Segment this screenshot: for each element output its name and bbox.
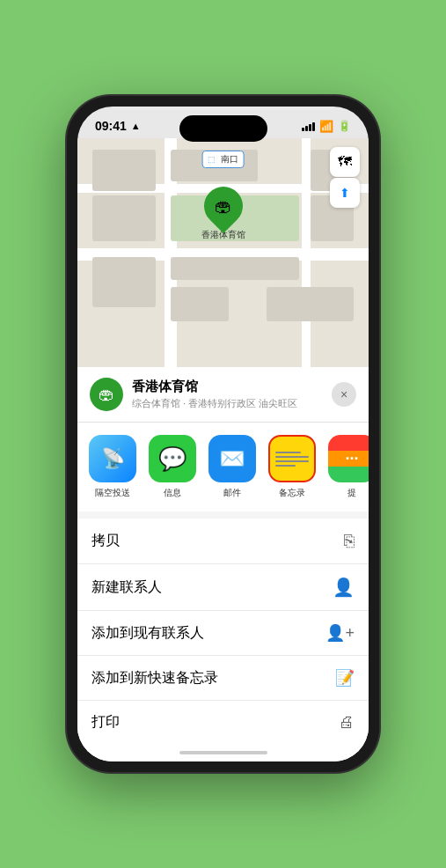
mail-icon: ✉️ xyxy=(219,446,245,471)
map-controls: 🗺 ⬆ xyxy=(330,147,360,208)
venue-icon: 🏟 xyxy=(90,378,123,411)
airdrop-icon: 📡 xyxy=(101,447,125,470)
location-button[interactable]: ⬆ xyxy=(330,178,360,208)
venue-subtitle: 综合体育馆 · 香港特别行政区 油尖旺区 xyxy=(132,397,323,410)
action-new-contact[interactable]: 新建联系人 👤 xyxy=(77,564,369,611)
share-more[interactable]: ··· 提 xyxy=(325,435,369,499)
phone-frame: 09:41 ▲ 📶 🔋 xyxy=(67,96,379,772)
action-add-existing-contact[interactable]: 添加到现有联系人 👤+ xyxy=(77,611,369,656)
person-add-icon: 👤+ xyxy=(325,623,355,643)
venue-info: 香港体育馆 综合体育馆 · 香港特别行政区 油尖旺区 xyxy=(132,379,323,410)
action-copy[interactable]: 拷贝 ⎘ xyxy=(77,519,369,564)
message-icon: 💬 xyxy=(158,445,186,473)
map-type-button[interactable]: 🗺 xyxy=(330,147,360,177)
mail-label: 邮件 xyxy=(223,487,241,499)
pin-icon-wrap: 🏟 xyxy=(195,179,250,233)
map-pin: 🏟 香港体育馆 xyxy=(201,187,245,241)
quick-note-label: 添加到新快速备忘录 xyxy=(91,669,218,688)
signal-icon xyxy=(302,121,315,131)
location-arrow-icon: ▲ xyxy=(131,121,141,131)
close-button[interactable]: × xyxy=(332,382,356,407)
status-time: 09:41 ▲ xyxy=(95,119,141,133)
venue-stadium-icon: 🏟 xyxy=(99,386,114,404)
message-icon-wrap: 💬 xyxy=(149,435,196,482)
home-indicator xyxy=(77,744,369,761)
copy-icon: ⎘ xyxy=(344,531,355,551)
mail-icon-wrap: ✉️ xyxy=(208,435,256,482)
person-icon: 👤 xyxy=(333,577,355,598)
more-icon: ··· xyxy=(345,450,358,468)
airdrop-label: 隔空投送 xyxy=(95,487,130,499)
location-icon: ⬆ xyxy=(340,186,350,200)
message-label: 信息 xyxy=(164,487,181,499)
dynamic-island xyxy=(179,115,267,142)
close-icon: × xyxy=(340,387,347,401)
battery-icon: 🔋 xyxy=(338,120,351,132)
venue-name: 香港体育馆 xyxy=(132,379,323,395)
copy-label: 拷贝 xyxy=(91,532,120,550)
note-icon: 📝 xyxy=(335,668,355,688)
more-icon-wrap: ··· xyxy=(328,435,369,482)
map-type-icon: 🗺 xyxy=(338,154,352,170)
home-bar xyxy=(179,751,267,754)
bottom-sheet: 🏟 香港体育馆 综合体育馆 · 香港特别行政区 油尖旺区 × 📡 隔空投送 xyxy=(77,367,369,761)
stadium-icon: 🏟 xyxy=(215,196,232,217)
wifi-icon: 📶 xyxy=(319,120,333,133)
map-area: ⬚ 南口 🏟 香港体育馆 🗺 ⬆ xyxy=(77,138,369,367)
share-message[interactable]: 💬 信息 xyxy=(146,435,199,499)
new-contact-label: 新建联系人 xyxy=(91,578,162,597)
notes-icon-wrap xyxy=(268,435,316,482)
add-existing-label: 添加到现有联系人 xyxy=(91,624,204,643)
more-label: 提 xyxy=(347,487,356,499)
action-quick-note[interactable]: 添加到新快速备忘录 📝 xyxy=(77,656,369,701)
action-list: 拷贝 ⎘ 新建联系人 👤 添加到现有联系人 👤+ 添加到新快速备忘录 📝 打印 xyxy=(77,519,369,744)
print-label: 打印 xyxy=(91,713,120,732)
share-row: 📡 隔空投送 💬 信息 ✉️ 邮件 xyxy=(77,423,369,519)
share-notes[interactable]: 备忘录 xyxy=(266,435,318,499)
status-icons: 📶 🔋 xyxy=(302,120,351,133)
phone-screen: 09:41 ▲ 📶 🔋 xyxy=(77,107,369,761)
notes-label: 备忘录 xyxy=(279,487,305,499)
action-print[interactable]: 打印 🖨 xyxy=(77,701,369,744)
share-mail[interactable]: ✉️ 邮件 xyxy=(206,435,259,499)
map-north-label: ⬚ 南口 xyxy=(201,151,245,168)
share-airdrop[interactable]: 📡 隔空投送 xyxy=(86,435,139,499)
print-icon: 🖨 xyxy=(339,713,355,732)
sheet-header: 🏟 香港体育馆 综合体育馆 · 香港特别行政区 油尖旺区 × xyxy=(77,367,369,423)
airdrop-icon-wrap: 📡 xyxy=(89,435,136,482)
map-background xyxy=(77,138,369,367)
